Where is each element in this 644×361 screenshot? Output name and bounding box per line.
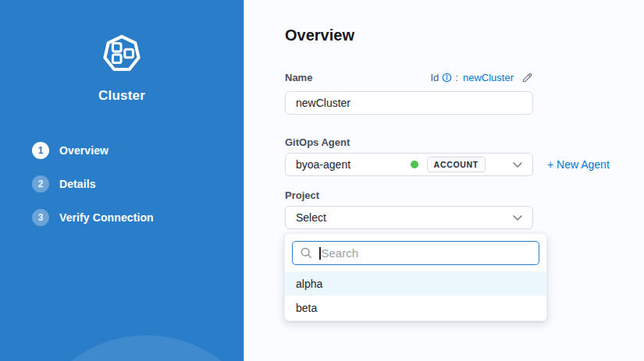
decorative-circle	[23, 335, 244, 361]
step-label: Overview	[59, 144, 109, 157]
cluster-hexagon-icon	[101, 33, 143, 78]
id-label: Id	[431, 72, 439, 83]
cluster-name-input[interactable]	[285, 91, 533, 115]
wizard-sidebar: Cluster 1 Overview 2 Details 3 Verify Co…	[0, 0, 244, 361]
agent-row: byoa-agent ACCOUNT + New Agent	[285, 153, 610, 176]
project-select[interactable]: Select	[285, 206, 533, 229]
step-number: 1	[32, 142, 49, 159]
chevron-down-icon	[513, 215, 522, 221]
step-label: Verify Connection	[59, 211, 154, 224]
id-value: newCluster	[463, 72, 514, 83]
agent-health-dot	[411, 161, 418, 168]
name-field-header: Name Id : newCluster	[285, 72, 533, 83]
new-agent-link[interactable]: + New Agent	[547, 158, 610, 171]
scope-badge: ACCOUNT	[427, 157, 486, 172]
project-placeholder: Select	[296, 211, 326, 224]
step-verify-connection[interactable]: 3 Verify Connection	[32, 209, 154, 226]
project-label: Project	[285, 189, 319, 201]
name-label: Name	[285, 72, 312, 83]
step-overview[interactable]: 1 Overview	[32, 142, 154, 159]
text-cursor	[319, 247, 321, 260]
wizard-title: Cluster	[0, 88, 244, 104]
id-separator: :	[455, 72, 458, 83]
page-title: Overview	[285, 27, 354, 44]
gitops-agent-select[interactable]: byoa-agent ACCOUNT	[285, 153, 533, 176]
edit-pencil-icon[interactable]	[521, 72, 533, 83]
overview-step-panel: Overview Name Id : newCluster	[245, 0, 644, 361]
search-icon	[300, 246, 313, 260]
chevron-down-icon	[513, 162, 522, 168]
wizard-steps: 1 Overview 2 Details 3 Verify Connection	[32, 142, 154, 226]
gitops-agent-label: GitOps Agent	[285, 136, 350, 148]
agent-value: byoa-agent	[296, 158, 350, 171]
step-number: 3	[32, 209, 49, 226]
dropdown-search-input[interactable]	[322, 246, 532, 260]
identifier-row: Id : newCluster	[431, 72, 534, 83]
project-option-beta[interactable]: beta	[285, 296, 546, 320]
project-dropdown-panel: alpha beta	[284, 233, 547, 321]
step-number: 2	[32, 175, 49, 193]
project-option-alpha[interactable]: alpha	[285, 271, 546, 296]
step-details[interactable]: 2 Details	[32, 175, 154, 193]
info-icon[interactable]	[442, 73, 452, 83]
dropdown-search-box[interactable]	[292, 241, 539, 265]
step-label: Details	[59, 178, 96, 190]
